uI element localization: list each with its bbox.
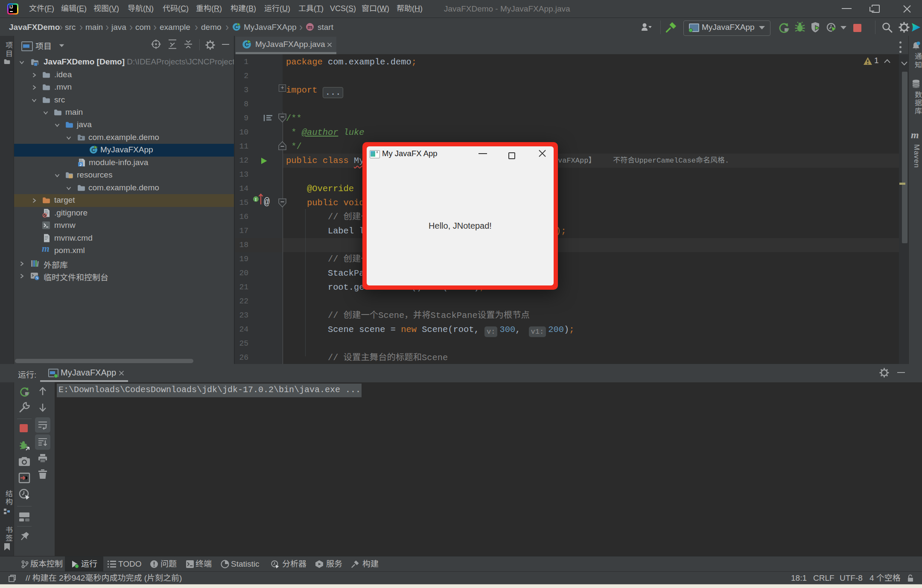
svg-text:J: J — [79, 163, 82, 167]
svg-text:m: m — [307, 24, 312, 30]
